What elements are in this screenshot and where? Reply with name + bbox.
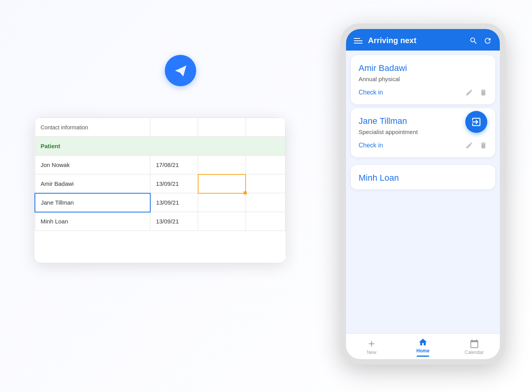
nav-item-calendar[interactable]: Calendar — [461, 339, 488, 355]
patient-name-minh-card: Minh Loan — [359, 173, 487, 183]
nav-label-new: New — [367, 350, 376, 355]
calendar-icon — [470, 339, 479, 348]
phone-header: Arriving next — [346, 29, 500, 51]
patient-date-jane: 13/09/21 — [150, 193, 198, 212]
edit-icon-jane[interactable] — [465, 142, 473, 149]
phone-content: Amir Badawi Annual physical Check in — [346, 51, 500, 333]
phone-container: Arriving next Amir Badawi Annual — [341, 24, 505, 365]
contact-info-row: Contact information — [35, 118, 286, 137]
patient-name-jon: Jon Nowak — [35, 156, 150, 174]
spreadsheet-panel: Contact information Patient Jon Nowak 17… — [35, 118, 286, 263]
patient-name-jane[interactable]: Jane Tillman — [35, 193, 150, 212]
contact-extra1 — [198, 118, 246, 137]
home-icon — [418, 338, 428, 347]
patient-extra2-jon — [246, 156, 285, 174]
nav-active-indicator — [417, 356, 429, 357]
menu-icon[interactable] — [354, 38, 363, 44]
patient-extra2-jane — [246, 193, 285, 212]
nav-item-new[interactable]: New — [358, 339, 385, 355]
table-row: Minh Loan 13/09/21 — [35, 212, 286, 231]
patient-date-minh: 13/09/21 — [150, 212, 198, 231]
app-logo — [165, 55, 196, 86]
patient-card-minh-partial: Minh Loan — [351, 165, 495, 189]
edit-icon-amir[interactable] — [465, 89, 473, 96]
patient-type-amir: Annual physical — [359, 76, 487, 82]
patient-extra2-minh — [246, 212, 285, 231]
search-icon[interactable] — [469, 36, 478, 45]
patient-header-cell: Patient — [35, 137, 286, 156]
contact-extra2 — [246, 118, 285, 137]
resize-handle-yellow — [244, 191, 247, 194]
bottom-navigation: New Home — [346, 333, 500, 359]
phone-screen: Arriving next Amir Badawi Annual — [346, 29, 500, 359]
check-in-jane[interactable]: Check in — [359, 142, 459, 149]
nav-label-calendar: Calendar — [465, 350, 484, 355]
refresh-icon[interactable] — [483, 36, 492, 45]
patient-type-jane: Specialist appointment — [359, 129, 487, 135]
check-in-amir[interactable]: Check in — [359, 89, 459, 96]
patient-actions-jane: Check in — [359, 142, 487, 149]
delete-icon-amir[interactable] — [479, 89, 487, 96]
table-row: Amir Badawi 13/09/21 — [35, 174, 286, 193]
contact-info-cell: Contact information — [35, 118, 150, 137]
nav-label-home: Home — [416, 348, 429, 354]
plus-icon — [367, 339, 376, 348]
phone-outer: Arriving next Amir Badawi Annual — [341, 24, 505, 365]
patient-card-amir: Amir Badawi Annual physical Check in — [351, 55, 495, 104]
patient-extra1-jon — [198, 156, 246, 174]
patient-extra1-jane — [198, 193, 246, 212]
patient-date-amir: 13/09/21 — [150, 174, 198, 193]
table-row: Jon Nowak 17/08/21 — [35, 156, 286, 174]
contact-date-empty — [150, 118, 198, 137]
fab-checkin-button[interactable] — [465, 111, 487, 133]
patient-extra1-minh — [198, 212, 246, 231]
patient-name-amir: Amir Badawi — [35, 174, 150, 193]
patient-extra2-amir — [246, 174, 285, 193]
delete-icon-jane[interactable] — [479, 142, 487, 149]
header-title: Arriving next — [368, 36, 464, 45]
patient-name-amir-card: Amir Badawi — [359, 63, 487, 73]
spreadsheet-table: Contact information Patient Jon Nowak 17… — [35, 118, 286, 231]
patient-header-row: Patient — [35, 137, 286, 156]
patient-name-minh: Minh Loan — [35, 212, 150, 231]
patient-date-jon: 17/08/21 — [150, 156, 198, 174]
table-row: Jane Tillman 13/09/21 — [35, 193, 286, 212]
nav-item-home[interactable]: Home — [409, 338, 437, 357]
patient-actions-amir: Check in — [359, 89, 487, 96]
patient-selected-amir[interactable] — [198, 174, 246, 193]
